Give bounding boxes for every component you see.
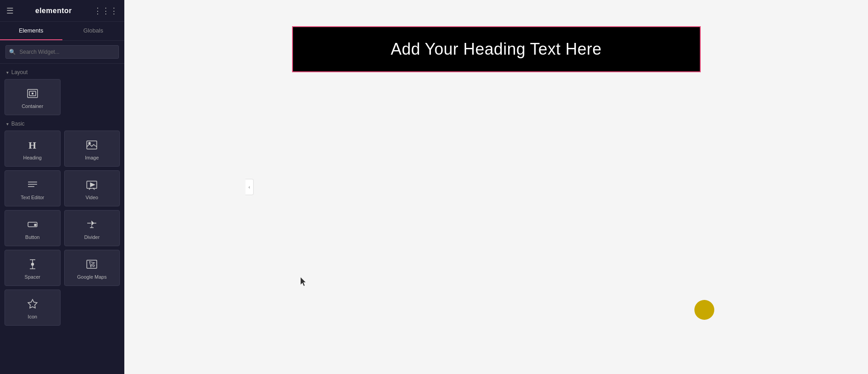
text-editor-icon <box>26 178 39 191</box>
main-canvas: Add Your Heading Text Here <box>124 0 868 374</box>
svg-marker-26 <box>28 299 37 308</box>
widget-video[interactable]: Video <box>64 170 120 206</box>
section-header-basic: ▾ Basic <box>0 115 124 131</box>
widget-container[interactable]: Container <box>5 79 61 115</box>
sidebar-header: ☰ elementor ⋮⋮⋮ <box>0 0 124 22</box>
svg-point-23 <box>31 263 33 266</box>
canvas-inner: Add Your Heading Text Here <box>293 27 700 71</box>
heading-icon: H <box>26 139 39 151</box>
widget-spacer[interactable]: Spacer <box>5 250 61 286</box>
search-icon: 🔍 <box>9 49 16 55</box>
widget-google-maps-label: Google Maps <box>77 274 107 280</box>
section-layout: ▾ Layout Container <box>0 64 124 115</box>
widget-text-editor[interactable]: Text Editor <box>5 170 61 206</box>
widget-divider-label: Divider <box>84 234 99 240</box>
tab-elements[interactable]: Elements <box>0 22 62 40</box>
drag-indicator <box>694 300 714 320</box>
layout-widgets-grid: Container <box>0 79 124 115</box>
widget-icon[interactable]: Icon <box>5 290 61 326</box>
svg-marker-10 <box>90 183 94 187</box>
search-wrapper: 🔍 <box>5 45 119 59</box>
icon-widget-icon <box>26 298 39 310</box>
widget-container-label: Container <box>22 103 43 109</box>
widget-text-editor-label: Text Editor <box>21 195 44 200</box>
widget-image-label: Image <box>85 155 99 160</box>
svg-point-14 <box>34 224 36 226</box>
elementor-logo: elementor <box>35 7 72 15</box>
sidebar: ☰ elementor ⋮⋮⋮ Elements Globals 🔍 ▾ Lay… <box>0 0 124 374</box>
heading-text: Add Your Heading Text Here <box>307 40 686 59</box>
tab-globals[interactable]: Globals <box>62 22 125 40</box>
widget-divider[interactable]: Divider <box>64 210 120 246</box>
widget-button[interactable]: Button <box>5 210 61 246</box>
widget-heading-label: Heading <box>23 155 42 160</box>
widget-image[interactable]: Image <box>64 131 120 167</box>
widget-icon-label: Icon <box>28 314 37 319</box>
spacer-icon <box>26 258 39 271</box>
cursor <box>301 277 307 286</box>
collapse-sidebar-button[interactable]: ‹ <box>245 179 254 195</box>
section-basic: ▾ Basic H Heading <box>0 115 124 326</box>
widget-spacer-label: Spacer <box>24 274 40 280</box>
search-input[interactable] <box>5 45 119 59</box>
heading-block[interactable]: Add Your Heading Text Here <box>293 27 700 71</box>
sidebar-content: ▾ Layout Container ▾ Basic <box>0 64 124 374</box>
dots-icon[interactable]: ⋮⋮⋮ <box>94 6 118 16</box>
svg-point-25 <box>93 265 94 266</box>
image-icon <box>85 139 98 151</box>
google-maps-icon <box>85 258 98 271</box>
arrow-icon-basic: ▾ <box>6 122 9 126</box>
button-icon <box>26 218 39 231</box>
arrow-icon-layout: ▾ <box>6 70 9 75</box>
widget-google-maps[interactable]: Google Maps <box>64 250 120 286</box>
svg-point-5 <box>89 142 90 144</box>
hamburger-icon[interactable]: ☰ <box>6 6 14 16</box>
section-header-layout: ▾ Layout <box>0 64 124 79</box>
video-icon <box>85 178 98 191</box>
widget-video-label: Video <box>85 195 98 200</box>
basic-widgets-grid: H Heading Image <box>0 131 124 326</box>
widget-button-label: Button <box>25 234 40 240</box>
tabs-bar: Elements Globals <box>0 22 124 41</box>
container-icon <box>26 87 39 100</box>
search-container: 🔍 <box>0 41 124 64</box>
svg-point-2 <box>32 93 33 94</box>
divider-icon <box>85 218 98 231</box>
widget-heading[interactable]: H Heading <box>5 131 61 167</box>
svg-text:H: H <box>28 140 36 151</box>
